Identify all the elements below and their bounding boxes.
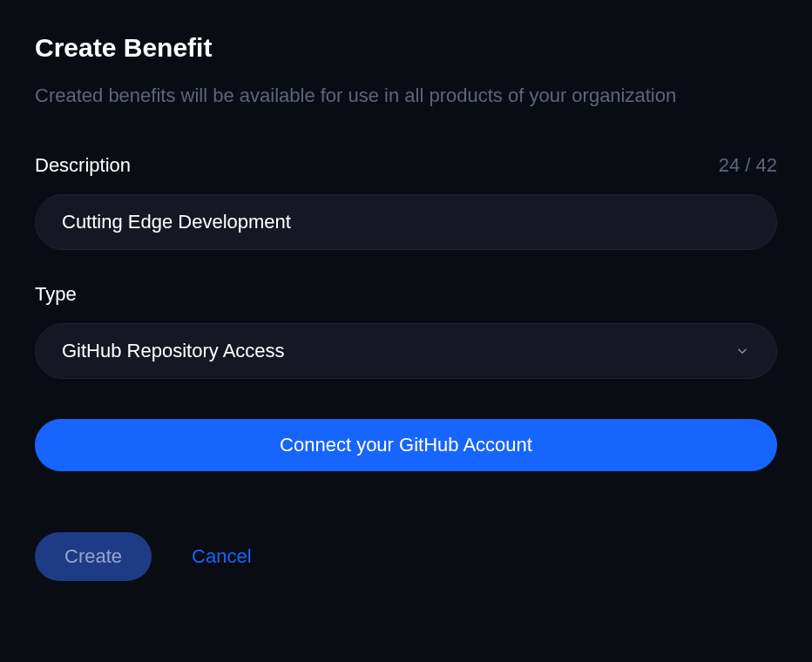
- description-input[interactable]: [35, 194, 777, 250]
- cancel-button[interactable]: Cancel: [192, 545, 251, 568]
- description-char-count: 24 / 42: [719, 154, 777, 177]
- chevron-down-icon: [734, 343, 750, 359]
- page-title: Create Benefit: [35, 33, 777, 63]
- description-label: Description: [35, 154, 131, 177]
- page-subtitle: Created benefits will be available for u…: [35, 80, 749, 111]
- type-field-header: Type: [35, 283, 777, 306]
- description-field-group: Description 24 / 42: [35, 154, 777, 250]
- action-button-row: Create Cancel: [35, 532, 777, 581]
- description-field-header: Description 24 / 42: [35, 154, 777, 177]
- connect-github-button[interactable]: Connect your GitHub Account: [35, 419, 777, 471]
- create-button[interactable]: Create: [35, 532, 152, 581]
- type-label: Type: [35, 283, 77, 306]
- type-field-group: Type GitHub Repository Access: [35, 283, 777, 379]
- type-select[interactable]: GitHub Repository Access: [35, 323, 777, 379]
- type-select-value: GitHub Repository Access: [62, 340, 285, 362]
